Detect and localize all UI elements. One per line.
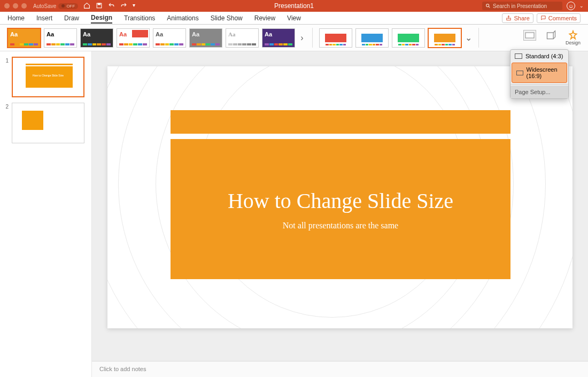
separator [510, 84, 568, 84]
thumb-number: 2 [3, 103, 9, 143]
tab-insert[interactable]: Insert [36, 13, 52, 23]
aspect-4-3-icon [515, 53, 522, 59]
callout-topbar [171, 110, 510, 134]
autosave-state: OFF [58, 3, 78, 9]
editor-area: How to Change Slide Size Not all present… [92, 51, 588, 377]
share-icon [506, 15, 512, 21]
ribbon-design: Aa Aa Aa Aa Aa Aa Aa Aa › ⌄ [0, 25, 588, 51]
slide-size-widescreen[interactable]: Widescreen (16:9) [512, 63, 567, 83]
user-avatar[interactable]: ☺ [567, 2, 575, 10]
slide-size-dropdown: Standard (4:3) Widescreen (16:9) Page Se… [510, 49, 569, 99]
separator [312, 28, 313, 48]
themes-more-button[interactable]: › [298, 33, 306, 43]
variant-thumb-2[interactable] [355, 28, 389, 48]
titlebar: AutoSave OFF ▾ Presentation1 Search in P… [0, 0, 588, 12]
page-setup[interactable]: Page Setup... [510, 86, 568, 98]
variant-thumb-4[interactable] [428, 28, 461, 48]
main-area: 1 How to Change Slide Size 2 [0, 51, 588, 377]
quick-access-toolbar: ▾ [83, 2, 135, 10]
search-icon [485, 3, 491, 9]
tab-transitions[interactable]: Transitions [124, 13, 155, 23]
thumb-number: 1 [3, 57, 9, 97]
theme-thumb-2[interactable]: Aa [44, 28, 77, 48]
slide-title[interactable]: How to Change Slide Size [228, 188, 453, 213]
redo-icon[interactable] [120, 2, 127, 10]
notes-placeholder: Click to add notes [99, 366, 146, 372]
qat-more-icon[interactable]: ▾ [133, 2, 135, 10]
zoom-icon[interactable] [21, 3, 27, 9]
undo-icon[interactable] [108, 2, 115, 10]
search-placeholder: Search in Presentation [493, 3, 547, 9]
tab-slide-show[interactable]: Slide Show [211, 13, 243, 23]
autosave-label: AutoSave [33, 3, 56, 9]
variant-thumb-1[interactable] [319, 28, 352, 48]
svg-point-2 [486, 4, 489, 7]
notes-pane[interactable]: Click to add notes [92, 361, 588, 377]
comments-button[interactable]: Comments [537, 13, 581, 23]
save-icon[interactable] [96, 2, 103, 10]
slide-subtitle[interactable]: Not all presentations are the same [283, 221, 398, 230]
title-callout[interactable]: How to Change Slide Size Not all present… [171, 110, 510, 279]
search-input[interactable]: Search in Presentation [482, 2, 562, 10]
tab-view[interactable]: View [287, 13, 301, 23]
close-icon[interactable] [4, 3, 10, 9]
theme-thumb-6[interactable]: Aa [189, 28, 222, 48]
theme-thumb-8[interactable]: Aa [262, 28, 295, 48]
slide-thumbnails-panel: 1 How to Change Slide Size 2 [0, 51, 92, 377]
design-ideas-icon [567, 30, 579, 41]
slide-size-button[interactable] [523, 30, 537, 41]
tab-review[interactable]: Review [254, 13, 275, 23]
theme-thumb-5[interactable]: Aa [153, 28, 186, 48]
comment-icon [540, 15, 546, 21]
callout-body: How to Change Slide Size Not all present… [171, 139, 510, 279]
document-title: Presentation1 [274, 2, 314, 10]
format-background-icon [545, 30, 558, 41]
tab-home[interactable]: Home [7, 13, 25, 23]
slide-thumbnail-2[interactable] [12, 103, 84, 143]
theme-thumb-7[interactable]: Aa [226, 28, 259, 48]
theme-thumb-1[interactable]: Aa [7, 28, 41, 48]
aspect-16-9-icon [516, 71, 523, 75]
slide-canvas[interactable]: How to Change Slide Size Not all present… [107, 66, 572, 328]
theme-thumb-3[interactable]: Aa [80, 28, 113, 48]
minimize-icon[interactable] [13, 3, 18, 9]
share-button[interactable]: Share [502, 13, 533, 23]
theme-thumb-4[interactable]: Aa [117, 28, 150, 48]
svg-rect-1 [98, 3, 100, 5]
design-ideas-button[interactable]: Design Ideas [566, 30, 581, 45]
slide-thumbnail-1[interactable]: How to Change Slide Size [12, 57, 84, 97]
variant-thumb-3[interactable] [392, 28, 425, 48]
svg-rect-5 [547, 33, 554, 39]
svg-rect-4 [525, 33, 534, 38]
autosave-toggle[interactable]: AutoSave OFF [33, 3, 78, 9]
ribbon-tabs: Home Insert Draw Design Transitions Anim… [0, 12, 588, 25]
titlebar-chevron-icon[interactable]: ⌄ [579, 3, 584, 9]
home-icon[interactable] [83, 2, 90, 10]
window-controls[interactable] [4, 3, 27, 9]
variants-more-button[interactable]: ⌄ [465, 33, 472, 43]
slide-size-icon [523, 30, 536, 41]
separator [478, 28, 479, 48]
format-background-button[interactable] [544, 30, 558, 41]
tab-draw[interactable]: Draw [64, 13, 79, 23]
slide-size-standard[interactable]: Standard (4:3) [510, 50, 568, 63]
tab-design[interactable]: Design [91, 13, 112, 24]
tab-animations[interactable]: Animations [167, 13, 198, 23]
